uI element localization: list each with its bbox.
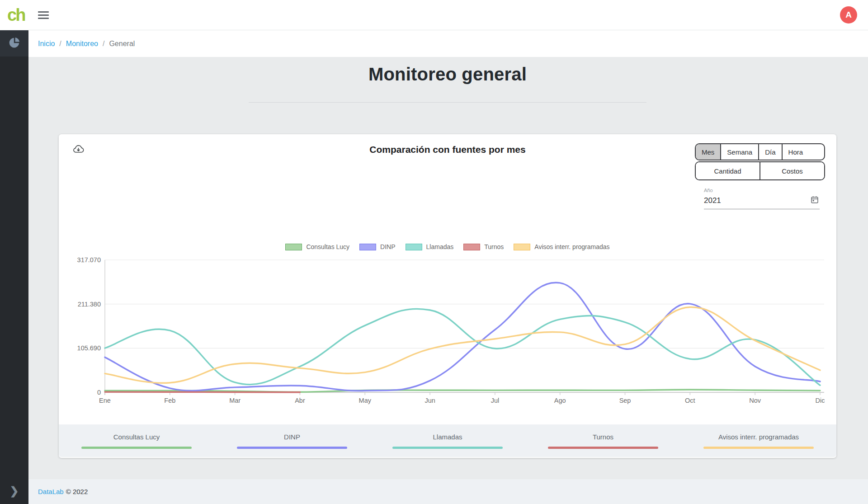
legend-swatch: [463, 244, 480, 250]
svg-text:0: 0: [97, 389, 101, 396]
series-band-label: Consultas Lucy: [113, 433, 160, 441]
period-button-hora[interactable]: Hora: [782, 144, 809, 160]
year-input[interactable]: 2021: [704, 194, 820, 209]
sidebar-expand-chevron-icon[interactable]: ❯: [0, 478, 28, 504]
legend-swatch: [359, 244, 376, 250]
series-legend-band: Consultas LucyDINPLlamadasTurnosAvisos i…: [59, 424, 836, 457]
year-value[interactable]: 2021: [704, 196, 811, 205]
footer-brand-link[interactable]: DataLab: [38, 488, 64, 495]
legend-label: Consultas Lucy: [306, 243, 349, 250]
svg-text:Jul: Jul: [491, 397, 500, 404]
app-logo[interactable]: ch: [7, 6, 24, 24]
series-band-color-bar: [548, 447, 658, 449]
chart-controls: MesSemanaDíaHora CantidadCostos Año 2021: [695, 143, 825, 209]
series-band-item: Consultas Lucy: [59, 433, 214, 449]
download-icon[interactable]: [72, 143, 85, 157]
user-avatar[interactable]: A: [840, 6, 857, 24]
legend-item[interactable]: Avisos interr. programadas: [514, 243, 609, 250]
metric-button-cantidad[interactable]: Cantidad: [696, 162, 760, 179]
svg-text:Mar: Mar: [229, 397, 241, 404]
menu-hamburger-icon[interactable]: [38, 10, 50, 20]
card-header: Comparación con fuentes por mes MesSeman…: [59, 134, 836, 242]
series-band-color-bar: [392, 447, 503, 449]
period-button-dia[interactable]: Día: [758, 144, 781, 160]
svg-text:Nov: Nov: [749, 397, 761, 404]
metric-button-group: CantidadCostos: [695, 161, 825, 180]
chart-card: Comparación con fuentes por mes MesSeman…: [59, 134, 836, 458]
svg-text:Oct: Oct: [685, 397, 695, 404]
breadcrumb: Inicio/Monitoreo/General: [28, 30, 868, 57]
sidebar: ❯: [0, 30, 28, 504]
svg-text:May: May: [359, 397, 372, 404]
series-band-item: DINP: [214, 433, 370, 449]
metric-button-costos[interactable]: Costos: [760, 162, 824, 179]
series-band-label: Avisos interr. programadas: [718, 433, 799, 441]
svg-text:211.380: 211.380: [78, 301, 101, 308]
calendar-icon[interactable]: [811, 196, 819, 206]
series-band-label: DINP: [284, 433, 300, 441]
svg-text:Jun: Jun: [425, 397, 435, 404]
legend-swatch: [285, 244, 302, 250]
page-title: Monitoreo general: [59, 64, 836, 85]
period-button-group: MesSemanaDíaHora: [695, 143, 825, 160]
main-page: Monitoreo general Comparación con fuente…: [28, 57, 868, 479]
breadcrumb-item-general: General: [109, 40, 135, 48]
year-field: Año 2021: [704, 188, 820, 209]
legend-label: DINP: [380, 243, 395, 250]
legend-item[interactable]: DINP: [359, 243, 395, 250]
legend-item[interactable]: Consultas Lucy: [285, 243, 349, 250]
svg-text:317.070: 317.070: [77, 256, 101, 264]
svg-text:Abr: Abr: [295, 397, 305, 404]
breadcrumb-separator: /: [103, 40, 104, 48]
series-band-item: Turnos: [525, 433, 681, 449]
footer-copyright: © 2022: [66, 488, 88, 495]
svg-text:105.690: 105.690: [77, 344, 101, 352]
series-band-item: Avisos interr. programadas: [681, 433, 836, 449]
legend-label: Llamadas: [426, 243, 454, 250]
footer: DataLab © 2022: [28, 479, 868, 504]
sidebar-item-monitoreo[interactable]: [0, 30, 28, 57]
legend-swatch: [406, 244, 422, 250]
svg-text:Dic: Dic: [816, 397, 825, 404]
title-divider: [249, 102, 646, 103]
series-band-label: Llamadas: [433, 433, 462, 441]
pie-chart-icon: [8, 36, 21, 51]
series-band-label: Turnos: [593, 433, 613, 441]
legend-swatch: [514, 244, 530, 250]
series-band-item: Llamadas: [370, 433, 525, 449]
series-band-color-bar: [703, 447, 814, 449]
svg-text:Feb: Feb: [164, 397, 175, 404]
period-button-semana[interactable]: Semana: [720, 144, 758, 160]
legend-label: Avisos interr. programadas: [534, 243, 609, 250]
series-band-color-bar: [81, 447, 192, 449]
legend-label: Turnos: [484, 243, 504, 250]
breadcrumb-separator: /: [59, 40, 61, 48]
legend-item[interactable]: Turnos: [463, 243, 504, 250]
year-field-label: Año: [704, 188, 820, 193]
line-chart[interactable]: 0105.690211.380317.070EneFebMarAbrMayJun…: [59, 252, 836, 410]
svg-text:Sep: Sep: [619, 397, 631, 404]
breadcrumb-item-inicio[interactable]: Inicio: [38, 40, 55, 48]
chart-legend: Consultas LucyDINPLlamadasTurnosAvisos i…: [59, 242, 836, 252]
svg-text:Ene: Ene: [99, 397, 111, 404]
sidebar-spacer: [0, 57, 28, 478]
svg-text:Ago: Ago: [554, 397, 566, 404]
breadcrumb-item-monitoreo[interactable]: Monitoreo: [66, 40, 98, 48]
series-band-color-bar: [237, 447, 347, 449]
legend-item[interactable]: Llamadas: [406, 243, 454, 250]
topbar: ch A: [0, 0, 868, 30]
period-button-mes[interactable]: Mes: [696, 144, 720, 160]
